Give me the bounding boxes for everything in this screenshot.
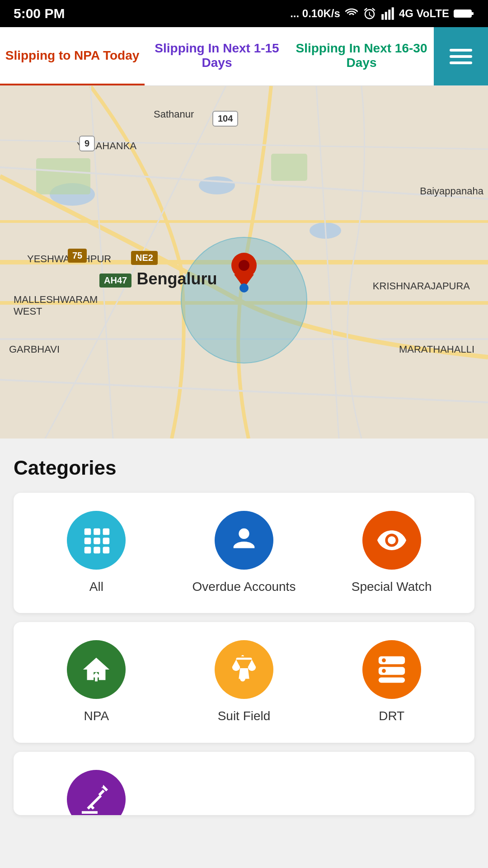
- label-sathanur: Sathanur: [154, 108, 194, 120]
- svg-point-8: [199, 176, 235, 194]
- categories-title: Categories: [14, 457, 474, 479]
- person-icon: [228, 524, 260, 556]
- svg-rect-31: [94, 547, 100, 554]
- svg-rect-2: [388, 9, 390, 20]
- drt-label: DRT: [379, 708, 404, 724]
- suit-field-icon-circle: [215, 640, 273, 699]
- battery-icon: [454, 8, 474, 19]
- categories-row-1: All Overdue Accounts: [23, 511, 465, 595]
- carrier-label: 4G VoLTE: [399, 7, 449, 20]
- svg-rect-10: [36, 158, 90, 194]
- map-container[interactable]: Sathanur YELAHANKA Baiyappanaha YESHWANT…: [0, 86, 488, 439]
- npa-icon-circle: [67, 640, 126, 699]
- all-icon-circle: [67, 511, 126, 570]
- svg-point-38: [382, 669, 386, 673]
- server-icon: [376, 654, 408, 685]
- svg-rect-29: [103, 538, 110, 544]
- pin-base-dot: [239, 283, 249, 292]
- svg-rect-0: [381, 14, 384, 20]
- svg-rect-24: [84, 528, 91, 535]
- svg-point-37: [382, 659, 386, 663]
- special-watch-icon-circle: [362, 511, 421, 570]
- category-overdue[interactable]: Overdue Accounts: [170, 511, 318, 595]
- svg-point-22: [239, 260, 249, 271]
- road-marker-ne2: NE2: [131, 251, 158, 265]
- categories-card-row2: NPA Suit Field: [14, 622, 474, 742]
- svg-rect-36: [379, 678, 405, 683]
- special-watch-label: Special Watch: [352, 579, 432, 595]
- tab-bar: Slipping to NPA Today Slipping In Next 1…: [0, 27, 488, 86]
- category-drt[interactable]: DRT: [318, 640, 465, 724]
- overdue-label: Overdue Accounts: [192, 579, 296, 595]
- road-marker-ah47: AH47: [99, 274, 131, 288]
- svg-rect-3: [392, 7, 394, 20]
- location-pin: [230, 252, 258, 292]
- signal-icon: [381, 7, 394, 20]
- svg-rect-1: [385, 12, 387, 20]
- category-all[interactable]: All: [23, 511, 170, 595]
- categories-card-row3-partial: [14, 752, 474, 815]
- gavel-icon: [80, 783, 112, 815]
- svg-rect-5: [471, 12, 474, 15]
- tab-1-15-days[interactable]: Slipping In Next 1-15 Days: [145, 27, 289, 85]
- drt-icon-circle: [362, 640, 421, 699]
- category-partial[interactable]: [23, 770, 170, 815]
- scale-icon: [228, 654, 260, 685]
- all-label: All: [89, 579, 103, 595]
- categories-row-3: [23, 770, 465, 815]
- status-icons: ... 0.10K/s 4G VoLTE: [290, 7, 474, 20]
- svg-point-33: [239, 528, 249, 539]
- label-baiyappanaha: Baiyappanaha: [420, 185, 483, 197]
- network-speed: ... 0.10K/s: [290, 7, 340, 20]
- alarm-icon: [363, 7, 376, 20]
- road-marker-9: 9: [79, 136, 95, 151]
- npa-label: NPA: [84, 708, 109, 724]
- svg-rect-28: [94, 538, 100, 544]
- svg-rect-25: [94, 528, 100, 535]
- svg-rect-26: [103, 528, 110, 535]
- svg-rect-11: [271, 154, 307, 181]
- status-bar: 5:00 PM ... 0.10K/s 4G VoLTE: [0, 0, 488, 27]
- house-down-icon: [80, 654, 112, 685]
- label-marathahalli: MARATHAHALLI: [399, 344, 474, 355]
- wifi-icon: [345, 7, 358, 20]
- category-special-watch[interactable]: Special Watch: [318, 511, 465, 595]
- svg-rect-30: [84, 547, 91, 554]
- partial-icon-circle: [67, 770, 126, 815]
- label-malleshwaram: MALLESHWARAMWEST: [14, 294, 98, 317]
- label-garbhavi: GARBHAVI: [9, 344, 60, 355]
- grid-icon: [80, 524, 112, 556]
- road-marker-104: 104: [212, 111, 238, 127]
- categories-row-2: NPA Suit Field: [23, 640, 465, 724]
- label-krishnarajapura: KRISHNARAJAPURA: [373, 280, 470, 292]
- eye-icon: [376, 524, 408, 556]
- tab-16-30-days[interactable]: Slipping In Next 16-30 Days: [289, 27, 434, 85]
- overdue-icon-circle: [215, 511, 273, 570]
- menu-button[interactable]: [434, 27, 488, 85]
- pin-svg: [230, 252, 258, 288]
- svg-rect-27: [84, 538, 91, 544]
- suit-field-label: Suit Field: [218, 708, 271, 724]
- svg-rect-32: [103, 547, 110, 554]
- time-display: 5:00 PM: [14, 6, 65, 21]
- categories-card-row1: All Overdue Accounts: [14, 493, 474, 613]
- category-suit-field[interactable]: Suit Field: [170, 640, 318, 724]
- tab-npa-today[interactable]: Slipping to NPA Today: [0, 27, 145, 85]
- road-marker-75: 75: [68, 249, 87, 263]
- svg-rect-4: [454, 10, 471, 17]
- hamburger-icon: [450, 49, 472, 64]
- category-npa[interactable]: NPA: [23, 640, 170, 724]
- categories-section: Categories: [0, 439, 488, 833]
- city-name-label: Bengaluru: [136, 269, 217, 288]
